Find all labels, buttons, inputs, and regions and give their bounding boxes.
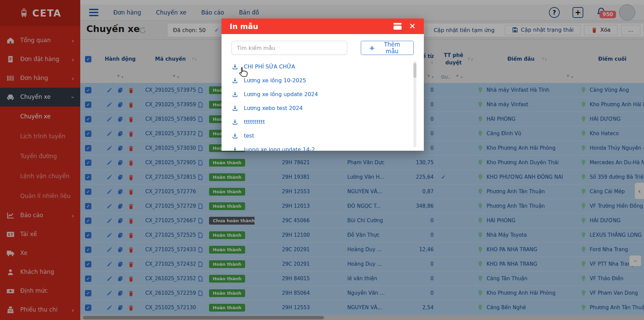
plus-icon: + bbox=[369, 44, 375, 52]
search-input[interactable] bbox=[232, 41, 347, 55]
print-template-modal: In mẫu ✕ + Thêm mẫu CHI PHÍ SỬA CHỮA Lươ… bbox=[222, 19, 424, 151]
template-name: luong xe long update 14-2 bbox=[244, 146, 315, 151]
template-list-item[interactable]: Lương xe lồng update 2024 bbox=[232, 87, 414, 101]
download-icon[interactable] bbox=[232, 119, 238, 125]
download-icon[interactable] bbox=[232, 105, 238, 112]
template-list-item[interactable]: Lương xebo test 2024 bbox=[232, 101, 414, 115]
template-list-item[interactable]: CHI PHÍ SỬA CHỮA bbox=[232, 60, 414, 74]
template-list-item[interactable]: tttttttttt bbox=[232, 115, 414, 129]
template-list-item[interactable]: test bbox=[232, 129, 414, 143]
download-icon[interactable] bbox=[232, 133, 238, 139]
list-scrollbar[interactable] bbox=[413, 61, 416, 147]
template-list-item[interactable]: Lương xe lồng 10-2025 bbox=[232, 74, 414, 87]
close-icon[interactable]: ✕ bbox=[409, 22, 416, 30]
template-list: CHI PHÍ SỬA CHỮA Lương xe lồng 10-2025 L… bbox=[222, 57, 424, 151]
template-name: Lương xebo test 2024 bbox=[244, 105, 303, 111]
list-scrollbar-thumb[interactable] bbox=[413, 63, 416, 78]
template-name: tttttttttt bbox=[244, 119, 265, 125]
window-icon[interactable] bbox=[393, 23, 402, 30]
app-root: CETA Tổng quan › Đơn đặt hàng › Đơn hàng… bbox=[0, 0, 644, 320]
download-icon[interactable] bbox=[232, 77, 238, 84]
download-icon[interactable] bbox=[232, 63, 238, 70]
template-name: test bbox=[244, 133, 254, 139]
template-name: Lương xe lồng update 2024 bbox=[244, 91, 318, 97]
template-name: CHI PHÍ SỬA CHỮA bbox=[244, 63, 295, 70]
modal-title: In mẫu bbox=[230, 22, 258, 31]
modal-header: In mẫu ✕ bbox=[222, 19, 424, 34]
download-icon[interactable] bbox=[232, 91, 238, 98]
template-name: Lương xe lồng 10-2025 bbox=[244, 77, 306, 84]
modal-toolbar: + Thêm mẫu bbox=[222, 34, 424, 57]
download-icon[interactable] bbox=[232, 146, 238, 151]
add-template-button[interactable]: + Thêm mẫu bbox=[361, 41, 414, 55]
template-list-item[interactable]: luong xe long update 14-2 bbox=[232, 143, 414, 151]
